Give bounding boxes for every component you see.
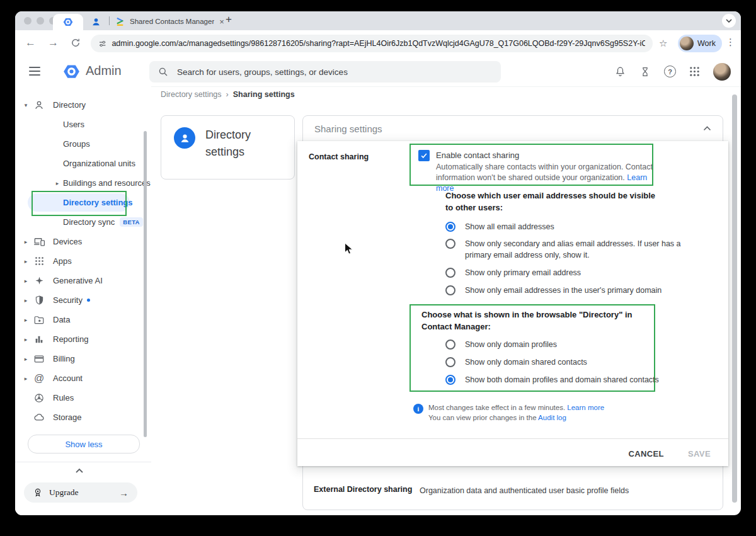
sidebar-item-label: Data [53, 315, 70, 324]
tab-separator [109, 16, 110, 25]
chevron-right-icon[interactable]: ▸ [23, 317, 29, 323]
google-admin-favicon [63, 17, 73, 27]
collapse-chevron-up-icon[interactable] [75, 468, 84, 474]
forward-button[interactable]: → [48, 37, 59, 49]
radio-secondary-alias-emails[interactable]: Show only secondary and alias email addr… [445, 239, 687, 261]
back-button[interactable]: ← [25, 37, 36, 49]
sidebar-item-data[interactable]: ▸ Data [15, 310, 151, 329]
radio-icon[interactable] [445, 268, 455, 278]
page-scrollbar[interactable] [732, 94, 737, 503]
contact-sharing-row-label: Contact sharing [309, 152, 369, 161]
learn-more-link[interactable]: Learn more [567, 404, 604, 411]
traffic-lights [24, 17, 57, 25]
sidebar-item-organizational-units[interactable]: Organizational units [15, 154, 151, 173]
address-bar[interactable]: admin.google.com/ac/managedsettings/9861… [91, 35, 653, 52]
close-tab-icon[interactable]: × [219, 17, 224, 26]
close-window-icon[interactable] [24, 17, 32, 25]
radio-primary-domain-emails[interactable]: Show only email addresses in the user's … [445, 285, 662, 296]
show-less-button[interactable]: Show less [28, 435, 140, 453]
apps-icon [33, 255, 45, 268]
tab-contacts-pinned[interactable] [87, 14, 105, 29]
chevron-right-icon[interactable]: ▸ [23, 278, 29, 284]
radio-both-profiles-and-contacts[interactable]: Show both domain profiles and domain sha… [445, 375, 659, 385]
note-line-1: Most changes take effect in a few minute… [428, 404, 604, 411]
hourglass-icon[interactable] [639, 66, 651, 77]
radio-only-domain-profiles[interactable]: Show only domain profiles [445, 339, 557, 350]
radio-icon[interactable] [445, 285, 455, 295]
collapse-section-chevron-icon[interactable] [703, 126, 711, 131]
site-settings-icon[interactable] [98, 39, 106, 48]
radio-selected-icon[interactable] [445, 375, 455, 385]
browser-menu-icon[interactable]: ⋮ [726, 37, 735, 48]
chevron-right-icon[interactable]: ▸ [23, 375, 29, 382]
sidebar-item-billing[interactable]: ▸ Billing [15, 349, 151, 368]
account-avatar[interactable] [713, 63, 731, 81]
admin-search-bar[interactable] [149, 61, 501, 83]
external-directory-sharing-label[interactable]: External Directory sharing [314, 485, 412, 494]
sidebar-item-reporting[interactable]: ▸ Reporting [15, 329, 151, 349]
minimize-window-icon[interactable] [37, 17, 44, 25]
bookmark-star-icon[interactable]: ☆ [659, 38, 667, 49]
sidebar-item-storage[interactable]: Storage [15, 408, 151, 427]
notifications-bell-icon[interactable] [614, 66, 626, 77]
note-text: You can view prior changes in the [428, 414, 537, 421]
beta-badge: BETA [120, 217, 142, 227]
tab-google-admin[interactable] [53, 14, 83, 30]
sidebar-item-account[interactable]: ▸ @ Account [15, 368, 151, 388]
sidebar-scrollbar[interactable] [144, 131, 147, 437]
new-tab-button[interactable]: + [226, 13, 232, 26]
radio-icon[interactable] [445, 357, 455, 367]
sidebar-item-devices[interactable]: ▸ Devices [15, 232, 151, 251]
sidebar-item-directory-sync[interactable]: Directory sync BETA [15, 212, 151, 232]
hamburger-menu-icon[interactable] [29, 67, 40, 76]
tab-shared-contacts-manager[interactable]: Shared Contacts Manager × [116, 14, 224, 29]
sidebar-item-directory[interactable]: ▾ Directory [15, 95, 151, 115]
browser-toolbar: ← → admin.google.com/ac/managedsettings/… [15, 30, 741, 57]
chevron-right-icon[interactable]: ▸ [23, 336, 29, 343]
directory-settings-card[interactable]: Directory settings [161, 115, 295, 180]
devices-icon [33, 236, 45, 248]
apps-grid-icon[interactable] [689, 66, 700, 77]
breadcrumb-parent[interactable]: Directory settings [161, 90, 222, 99]
action-buttons: CANCEL SAVE [297, 443, 728, 464]
sidebar-item-apps[interactable]: ▸ Apps [15, 251, 151, 271]
browser-profile-chip[interactable]: Work [678, 35, 722, 52]
sidebar-item-directory-settings[interactable]: Directory settings [15, 193, 151, 212]
notification-dot [87, 299, 90, 302]
radio-selected-icon[interactable] [445, 222, 455, 232]
credit-card-icon [33, 353, 45, 365]
sidebar-item-security[interactable]: ▸ Security [15, 290, 151, 310]
radio-only-domain-shared-contacts[interactable]: Show only domain shared contacts [445, 357, 587, 368]
sidebar-item-label: Reporting [53, 334, 88, 344]
sidebar-item-groups[interactable]: Groups [15, 134, 151, 154]
help-icon[interactable]: ? [664, 66, 676, 77]
audit-log-link[interactable]: Audit log [538, 414, 566, 421]
sidebar-item-label: Buildings and resources [63, 178, 151, 188]
contacts-person-icon [91, 17, 101, 26]
radio-show-all-emails[interactable]: Show all email addresses [445, 222, 554, 232]
save-button-disabled[interactable]: SAVE [688, 449, 711, 459]
chevron-right-icon[interactable]: ▸ [54, 180, 60, 186]
sidebar-item-buildings-and-resources[interactable]: ▸ Buildings and resources [15, 173, 151, 193]
sidebar-item-generative-ai[interactable]: ▸ Generative AI [15, 271, 151, 290]
sharing-settings-header[interactable]: Sharing settings [303, 116, 723, 142]
upgrade-button[interactable]: Upgrade → [24, 482, 137, 503]
sidebar-item-users[interactable]: Users [15, 115, 151, 134]
admin-logo-icon [63, 63, 80, 80]
sidebar-item-rules[interactable]: Rules [15, 388, 151, 408]
reload-button[interactable] [71, 38, 81, 50]
cancel-button[interactable]: CANCEL [628, 449, 664, 459]
chevron-right-icon[interactable]: ▸ [23, 356, 29, 362]
radio-icon[interactable] [445, 239, 455, 249]
chevron-right-icon[interactable]: ▸ [23, 258, 29, 265]
search-input[interactable] [176, 67, 492, 77]
checkbox-label[interactable]: Enable contact sharing [436, 151, 519, 160]
radio-icon[interactable] [445, 339, 455, 350]
person-icon [33, 99, 45, 111]
chevron-down-icon[interactable]: ▾ [23, 102, 29, 108]
chevron-right-icon[interactable]: ▸ [23, 297, 29, 304]
chevron-right-icon[interactable]: ▸ [23, 239, 29, 245]
tab-search-button[interactable] [722, 14, 736, 28]
radio-primary-email-only[interactable]: Show only primary email address [445, 268, 581, 278]
enable-contact-sharing-checkbox[interactable] [418, 150, 430, 161]
